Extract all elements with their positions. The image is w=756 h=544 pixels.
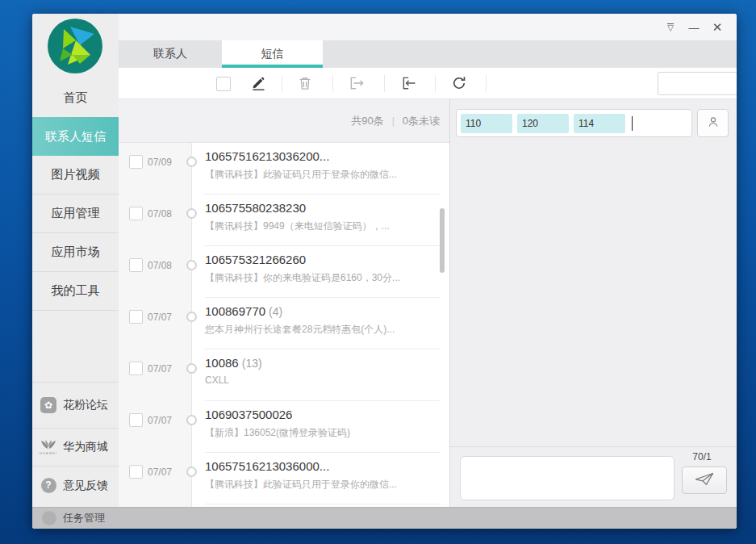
send-icon <box>694 471 715 490</box>
recipient-chip[interactable]: 110 <box>461 114 512 133</box>
sidebar-item-app-management[interactable]: 应用管理 <box>32 195 119 233</box>
timeline-dot <box>186 312 197 322</box>
recipient-chip[interactable]: 114 <box>574 114 625 133</box>
sender-number: 106575580238230 <box>205 201 306 215</box>
refresh-icon[interactable] <box>450 74 468 92</box>
sidebar-item-fans-forum[interactable]: ✿ 花粉论坛 <box>32 382 119 428</box>
sender-number: 106575321266260 <box>205 253 306 266</box>
message-row[interactable]: 07/07 10086(13) CXLL <box>119 349 449 401</box>
compose-icon[interactable] <box>249 74 267 92</box>
timeline-dot <box>186 415 197 425</box>
select-all-checkbox[interactable] <box>216 77 231 91</box>
status-bar: 任务管理 <box>32 507 737 529</box>
unread-count: 0条未读 <box>403 114 440 128</box>
recipient-chip[interactable]: 120 <box>517 114 569 133</box>
text-cursor <box>632 116 633 131</box>
row-checkbox[interactable] <box>129 310 143 324</box>
task-manager-icon <box>42 511 56 525</box>
sender-number: 1069037500026 <box>205 408 292 421</box>
timeline-dot <box>186 467 197 477</box>
compose-area <box>460 456 675 500</box>
tab-sms[interactable]: 短信 <box>222 40 323 68</box>
pick-contact-button[interactable] <box>697 109 729 137</box>
row-checkbox[interactable] <box>129 465 143 479</box>
sidebar-item-home[interactable]: 首页 <box>32 78 119 117</box>
sender-number: 10657516213036200... <box>205 149 329 163</box>
person-icon <box>706 115 720 132</box>
message-preview: 【腾讯科技】此验证码只用于登录你的微信... <box>205 478 397 492</box>
delete-icon[interactable] <box>296 74 314 92</box>
import-icon[interactable] <box>400 74 418 92</box>
message-row[interactable]: 07/08 106575580238230 【腾讯科技】9949（来电短信验证码… <box>119 195 449 246</box>
sidebar-item-app-market[interactable]: 应用市场 <box>32 233 119 272</box>
sender-number: 10086 <box>205 356 239 370</box>
toolbar-separator <box>282 75 282 92</box>
sidebar-item-pictures-videos[interactable]: 图片视频 <box>32 156 119 195</box>
sender-number: 100869770 <box>205 304 265 318</box>
row-checkbox[interactable] <box>129 258 143 272</box>
sidebar-item-my-tools[interactable]: 我的工具 <box>32 272 119 311</box>
timeline-dot <box>186 157 197 167</box>
sender-number: 10657516213036000... <box>205 459 329 473</box>
app-window: 首页 联系人短信 图片视频 应用管理 应用市场 我的工具 ✿ 花粉论坛 HUAW… <box>32 14 737 529</box>
sidebar-item-feedback[interactable]: ? 意见反馈 <box>32 466 119 504</box>
row-checkbox[interactable] <box>129 362 143 375</box>
recipient-input[interactable]: 110 120 114 <box>456 109 692 137</box>
window-menu-button[interactable]: ▽ <box>662 19 679 36</box>
message-list: 07/09 10657516213036200... 【腾讯科技】此验证码只用于… <box>119 143 449 507</box>
toolbar-separator <box>384 75 385 92</box>
message-row[interactable]: 07/07 1069037500026 【新浪】136052(微博登录验证码) <box>119 401 449 453</box>
minimize-button[interactable]: — <box>686 19 702 36</box>
message-row[interactable]: 07/07 10657516213036000... 【腾讯科技】此验证码只用于… <box>119 453 449 504</box>
message-row[interactable]: 07/09 10657516213036200... 【腾讯科技】此验证码只用于… <box>119 143 449 195</box>
flower-icon: ✿ <box>40 397 56 413</box>
message-preview: 您本月神州行长途套餐28元档特惠包(个人)... <box>205 323 395 337</box>
row-checkbox[interactable] <box>129 207 143 220</box>
question-icon: ? <box>40 478 56 494</box>
sidebar-item-huawei-store[interactable]: HUAWEI 华为商城 <box>32 428 119 466</box>
message-preview: 【腾讯科技】你的来电验证码是6160，30分... <box>205 271 400 285</box>
conversation-panel: 110 120 114 70/1 <box>450 99 737 507</box>
hisuite-logo <box>48 19 102 73</box>
sidebar: 首页 联系人短信 图片视频 应用管理 应用市场 我的工具 ✿ 花粉论坛 HUAW… <box>32 14 119 507</box>
message-preview: 【腾讯科技】9949（来电短信验证码），... <box>205 220 390 233</box>
timeline-dot <box>186 363 197 374</box>
message-summary: 共90条 | 0条未读 <box>119 99 449 143</box>
list-scrollbar-thumb[interactable] <box>440 208 445 273</box>
message-preview: CXLL <box>205 375 229 386</box>
toolbar-separator <box>332 75 333 92</box>
total-count: 共90条 <box>351 114 383 128</box>
toolbar-separator <box>486 75 487 92</box>
search-input[interactable] <box>658 73 737 94</box>
timeline-dot <box>186 260 197 270</box>
toolbar-separator <box>435 75 436 92</box>
message-row[interactable]: 07/08 106575321266260 【腾讯科技】你的来电验证码是6160… <box>119 246 449 298</box>
timeline-dot <box>186 208 197 219</box>
huawei-logo-icon: HUAWEI <box>40 439 56 455</box>
char-counter: 70/1 <box>679 451 725 462</box>
task-manager-toggle[interactable]: 任务管理 <box>63 511 105 525</box>
export-icon[interactable] <box>348 74 365 92</box>
message-preview: 【新浪】136052(微博登录验证码) <box>205 426 350 440</box>
toolbar <box>119 68 737 99</box>
message-textarea[interactable] <box>461 457 674 500</box>
close-button[interactable]: ✕ <box>709 19 725 36</box>
search-box <box>658 72 737 95</box>
tab-strip: 联系人 短信 <box>119 40 737 68</box>
row-checkbox[interactable] <box>129 155 143 169</box>
tab-contacts[interactable]: 联系人 <box>119 40 222 68</box>
message-preview: 【腾讯科技】此验证码只用于登录你的微信... <box>205 168 397 182</box>
row-checkbox[interactable] <box>129 413 143 427</box>
titlebar: ▽ — ✕ <box>119 14 737 40</box>
message-row[interactable]: 07/07 100869770(4) 您本月神州行长途套餐28元档特惠包(个人)… <box>119 298 449 349</box>
sidebar-item-contacts-sms[interactable]: 联系人短信 <box>32 117 119 156</box>
send-button[interactable] <box>682 467 727 494</box>
